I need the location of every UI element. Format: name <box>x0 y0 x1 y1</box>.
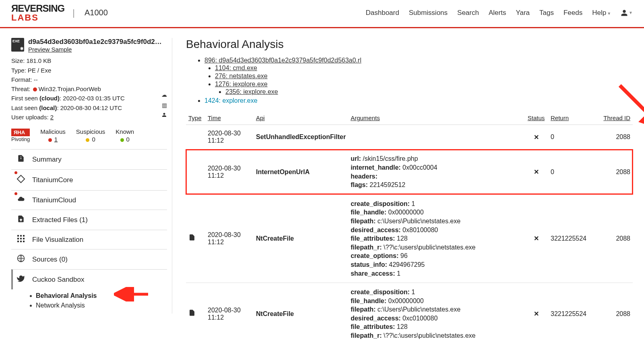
nav-feeds[interactable]: Feeds <box>564 9 582 17</box>
col-type[interactable]: Type <box>186 111 205 125</box>
svg-rect-4 <box>20 238 22 239</box>
svg-rect-1 <box>20 235 22 237</box>
known-value: 0 <box>126 136 130 143</box>
svg-rect-7 <box>20 241 22 242</box>
nav-submissions[interactable]: Submissions <box>409 9 448 17</box>
tab-titaniumcloud[interactable]: TitaniumCloud <box>11 190 167 210</box>
last-seen-scope: (local) <box>39 104 57 111</box>
first-seen-value: : 2020-02-03 01:35 UTC <box>60 95 125 102</box>
nav-yara[interactable]: Yara <box>516 9 530 17</box>
tab-tcloud-label: TitaniumCloud <box>32 196 76 204</box>
col-status[interactable]: Status <box>524 111 548 125</box>
tab-cuckoo-sandbox[interactable]: Cuckoo Sandbox <box>11 269 167 289</box>
type-label: Type: <box>11 67 26 74</box>
sidebar: EXE✱ d9a54d3ed3603bf0a1e2c9379a5fc9f0d2d… <box>11 38 172 314</box>
known-label: Known <box>116 128 134 135</box>
tab-file-visualization[interactable]: File Visualization <box>11 230 167 249</box>
fail-icon: ✕ <box>534 134 539 141</box>
row-thread-id: 2088 <box>597 283 633 343</box>
table-row: 2020-08-3011:12InternetOpenUrlAurl: /ski… <box>186 150 633 194</box>
nav-tags[interactable]: Tags <box>539 9 554 17</box>
uploads-value[interactable]: 2 <box>50 114 54 121</box>
user-menu[interactable]: ▼ <box>621 9 633 17</box>
last-seen-value: : 2020-08-30 04:12 UTC <box>57 104 122 111</box>
row-api-name: InternetOpenUrlA <box>254 150 348 194</box>
nav-dashboard[interactable]: Dashboard <box>366 9 399 17</box>
process-node-label: 276: netstates.exe <box>215 73 268 79</box>
bullet-icon <box>30 305 32 307</box>
api-calls-table: Type Time Api Arguments Status Return Th… <box>186 111 633 343</box>
col-return[interactable]: Return <box>548 111 597 125</box>
nav-search[interactable]: Search <box>457 9 479 17</box>
svg-rect-8 <box>23 241 25 242</box>
row-arguments <box>348 125 524 150</box>
first-seen-label: First seen <box>11 95 38 102</box>
malicious-count[interactable]: Malicious 1 <box>40 128 66 143</box>
uploads-label: User uploads: <box>11 114 49 121</box>
type-value: PE / Exe <box>28 67 51 74</box>
col-arguments[interactable]: Arguments <box>348 111 524 125</box>
rha-pivoting[interactable]: ЯHA Pivoting <box>11 129 30 142</box>
subtab-network-analysis[interactable]: Network Analysis <box>30 301 167 310</box>
first-seen-scope: (cloud) <box>39 95 60 102</box>
subtab-behavioral-analysis[interactable]: Behavioral Analysis <box>30 291 167 301</box>
table-row: 2020-08-3011:12NtCreateFilecreate_dispos… <box>186 194 633 283</box>
cloud-icon <box>16 195 26 205</box>
yellow-dot-icon <box>86 138 89 142</box>
process-node-label: 1276: iexplore.exe <box>215 81 268 87</box>
tab-tcore-label: TitaniumCore <box>32 176 73 184</box>
nav-alerts[interactable]: Alerts <box>489 9 506 17</box>
col-thread[interactable]: Thread ID <box>597 111 633 125</box>
suspicious-label: Suspicious <box>76 128 105 135</box>
classification-bar: ЯHA Pivoting Malicious 1 Suspicious 0 Kn… <box>11 128 167 147</box>
tab-titaniumcore[interactable]: TitaniumCore <box>11 169 167 190</box>
row-status: ✕ <box>524 150 548 194</box>
export-icon <box>16 215 26 225</box>
fail-icon: ✕ <box>534 168 539 175</box>
notification-dot-icon <box>14 192 17 195</box>
row-return: 0 <box>548 150 597 194</box>
tab-extracted-label: Extracted Files (1) <box>32 216 88 224</box>
preview-sample-link[interactable]: Preview Sample <box>28 46 165 53</box>
file-icon <box>188 310 196 319</box>
process-node[interactable]: 1276: iexplore.exe 2356: iexplore.exe <box>215 80 633 96</box>
brand-logo: ЯEVERSING LABS | A1000 <box>11 4 108 21</box>
threat-dot-icon <box>33 87 37 91</box>
brand-logotype: ЯEVERSING LABS <box>11 4 64 21</box>
suspicious-count[interactable]: Suspicious 0 <box>76 128 105 143</box>
process-node[interactable]: 276: netstates.exe <box>215 72 633 80</box>
size-value: 181.0 KB <box>27 57 52 64</box>
process-node[interactable]: 1104: cmd.exe <box>215 64 633 72</box>
file-icon <box>188 235 196 243</box>
tab-sources[interactable]: Sources (0) <box>11 249 167 269</box>
sample-hash: d9a54d3ed3603bf0a1e2c9379a5fc9f0d2d56... <box>28 38 165 46</box>
row-time: 2020-08-3011:12 <box>205 150 254 194</box>
rha-badge: ЯHA <box>11 129 30 136</box>
col-time[interactable]: Time <box>205 111 254 125</box>
known-count[interactable]: Known 0 <box>116 128 134 143</box>
row-type-icon-cell <box>186 125 205 150</box>
process-node[interactable]: 2356: iexplore.exe <box>225 88 633 96</box>
process-root-label: 896: d9a54d3ed3603bf0a1e2c9379a5fc9f0d2d… <box>204 57 361 64</box>
tab-summary[interactable]: Summary <box>11 149 167 169</box>
col-api[interactable]: Api <box>254 111 348 125</box>
row-api-name: SetUnhandledExceptionFilter <box>254 125 348 150</box>
pivoting-label: Pivoting <box>11 136 30 142</box>
tab-cuckoo-label: Cuckoo Sandbox <box>32 276 84 284</box>
suspicious-value: 0 <box>92 136 95 143</box>
row-arguments: create_disposition: 1file_handle: 0x0000… <box>348 194 524 283</box>
chevron-down-icon: ▼ <box>629 10 633 15</box>
process-tree: 896: d9a54d3ed3603bf0a1e2c9379a5fc9f0d2d… <box>186 56 633 105</box>
brand-name-bottom: LABS <box>11 12 39 23</box>
subtab-network-label: Network Analysis <box>36 302 85 309</box>
process-root[interactable]: 896: d9a54d3ed3603bf0a1e2c9379a5fc9f0d2d… <box>204 56 633 97</box>
chevron-down-icon: ▼ <box>607 11 611 16</box>
row-thread-id: 2088 <box>597 150 633 194</box>
app-header: ЯEVERSING LABS | A1000 Dashboard Submiss… <box>0 0 644 28</box>
table-header-row: Type Time Api Arguments Status Return Th… <box>186 111 633 125</box>
process-node[interactable]: 1424: explorer.exe <box>204 97 633 105</box>
row-arguments: create_disposition: 1file_handle: 0x0000… <box>348 283 524 343</box>
nav-help[interactable]: Help▼ <box>592 9 611 17</box>
tab-extracted-files[interactable]: Extracted Files (1) <box>11 210 167 230</box>
cloud-icon: ☁ <box>161 91 167 100</box>
